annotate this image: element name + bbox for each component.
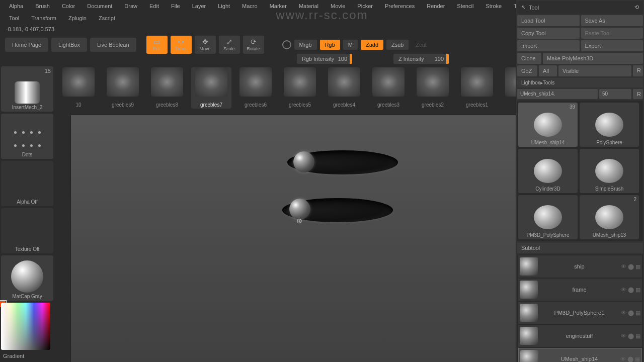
refresh-icon[interactable]: ⟲	[634, 4, 639, 11]
brush-10[interactable]: 10	[58, 67, 99, 109]
tool-UMesh_ship14[interactable]: 39UMesh_ship14	[518, 103, 578, 147]
subtool-enginestuff[interactable]: enginestuff👁 ⬤ ▦	[518, 325, 642, 347]
brush-count: 15	[45, 68, 51, 74]
tool-name-field[interactable]: UMesh_ship14.	[517, 89, 598, 99]
texture-slot[interactable]: Texture Off	[1, 208, 53, 253]
subtool-frame[interactable]: frame👁 ⬤ ▦	[518, 279, 642, 301]
load-tool-button[interactable]: Load Tool	[517, 15, 580, 26]
make-polymesh3d-button[interactable]: Make PolyMesh3D	[543, 53, 643, 64]
subtool-toggles[interactable]: 👁 ⬤ ▦	[621, 263, 640, 270]
r-button-2[interactable]: R	[633, 89, 643, 99]
lightbox-tools-button[interactable]: Lightbox▸Tools	[517, 78, 643, 87]
brush-greebles3[interactable]: greebles3	[368, 67, 409, 109]
brush-greebles7[interactable]: greebles7	[191, 67, 231, 109]
rgb-button[interactable]: Rgb	[320, 40, 340, 50]
mrgb-button[interactable]: Mrgb	[294, 40, 317, 50]
menu-preferences[interactable]: Preferences	[380, 2, 420, 11]
goz-button[interactable]: GoZ	[517, 65, 537, 76]
rgb-intensity-slider[interactable]: Rgb Intensity100	[297, 54, 352, 64]
cursor-icon: ⊕	[296, 217, 302, 225]
brush-greebles8[interactable]: greebles8	[147, 67, 187, 109]
paste-tool-button[interactable]: Paste Tool	[581, 28, 643, 39]
menu-picker[interactable]: Picker	[352, 2, 378, 11]
menu-zplugin[interactable]: Zplugin	[63, 14, 92, 23]
subtool-thumb-icon	[520, 350, 538, 362]
move-button[interactable]: ✥Move	[195, 36, 216, 54]
subtool-toggles[interactable]: 👁 ⬤ ▦	[620, 356, 640, 363]
scale-button[interactable]: ⤢Scale	[219, 36, 240, 54]
menu-tool[interactable]: Tool	[4, 14, 24, 23]
subtool-toggles[interactable]: 👁 ⬤ ▦	[621, 287, 640, 293]
menu-material[interactable]: Material	[294, 2, 324, 11]
draw-button[interactable]: •¦•Draw	[171, 36, 192, 54]
tool-thumb-icon	[595, 205, 623, 229]
menu-file[interactable]: File	[166, 2, 185, 11]
import-button[interactable]: Import	[517, 40, 580, 51]
menu-zscript[interactable]: Zscript	[94, 14, 120, 23]
save-as-button[interactable]: Save As	[581, 15, 643, 26]
menu-movie[interactable]: Movie	[326, 2, 350, 11]
live-boolean-button[interactable]: Live Boolean	[90, 38, 136, 52]
menu-transform[interactable]: Transform	[26, 14, 61, 23]
menu-layer[interactable]: Layer	[187, 2, 211, 11]
home-page-button[interactable]: Home Page	[5, 38, 48, 52]
menu-macro[interactable]: Macro	[237, 2, 263, 11]
brush-greebles2[interactable]: greebles2	[413, 67, 453, 109]
menu-alpha[interactable]: Alpha	[4, 2, 28, 11]
tool-thumb-icon	[534, 159, 562, 183]
menu-stroke[interactable]: Stroke	[480, 2, 507, 11]
tool-thumb-icon	[595, 113, 623, 137]
cylinder-icon	[15, 81, 40, 104]
color-picker[interactable]	[1, 303, 53, 350]
alpha-slot[interactable]: Alpha Off	[1, 161, 53, 206]
z-intensity-slider[interactable]: Z Intensity100	[393, 54, 449, 64]
menu-edit[interactable]: Edit	[144, 2, 164, 11]
tool-value-slider[interactable]: 50	[599, 89, 631, 99]
gradient-label: Gradient	[1, 352, 53, 360]
m-button[interactable]: M	[343, 40, 358, 50]
subtool-UMesh_ship14[interactable]: UMesh_ship14👁 ⬤ ▦	[518, 348, 642, 362]
menu-brush[interactable]: Brush	[30, 2, 55, 11]
subtool-toggles[interactable]: 👁 ⬤ ▦	[621, 333, 640, 339]
tool-PM3D_PolySphere[interactable]: PM3D_PolySphere	[518, 195, 578, 239]
export-button[interactable]: Export	[581, 40, 643, 51]
zsub-button[interactable]: Zsub	[386, 40, 409, 50]
subtool-header[interactable]: Subtool	[517, 243, 643, 253]
rotate-icon: ⟳	[251, 38, 257, 45]
arrow-left-icon: ↖	[521, 4, 526, 11]
left-panel: 15 InsertMech_2 Dots Alpha Off Texture O…	[0, 65, 54, 362]
brush-slot[interactable]: 15 InsertMech_2	[1, 66, 53, 112]
menu-render[interactable]: Render	[422, 2, 450, 11]
tool-PolySphere[interactable]: PolySphere	[580, 103, 639, 147]
rotate-button[interactable]: ⟳Rotate	[243, 36, 264, 54]
tool-Cylinder3D[interactable]: Cylinder3D	[518, 149, 578, 193]
edit-button[interactable]: ▭Edit	[146, 36, 168, 54]
brush-greebles5[interactable]: greebles5	[280, 67, 320, 109]
brush-greebles9[interactable]: greebles9	[103, 67, 143, 109]
menu-draw[interactable]: Draw	[119, 2, 142, 11]
subtool-ship[interactable]: ship👁 ⬤ ▦	[518, 255, 642, 278]
tool-SimpleBrush[interactable]: SimpleBrush	[580, 149, 639, 193]
copy-tool-button[interactable]: Copy Tool	[517, 28, 580, 39]
brush-greebles4[interactable]: greebles4	[324, 67, 364, 109]
zadd-button[interactable]: Zadd	[361, 40, 383, 50]
tool-panel-header[interactable]: ↖ Tool ⟲	[517, 1, 643, 14]
menu-document[interactable]: Document	[82, 2, 117, 11]
brush-greebles1[interactable]: greebles1	[457, 67, 497, 109]
menu-light[interactable]: Light	[213, 2, 235, 11]
zcut-label: Zcut	[412, 40, 430, 50]
lightbox-button[interactable]: LightBox	[51, 38, 87, 52]
all-button[interactable]: All	[539, 65, 557, 76]
menu-marker[interactable]: Marker	[265, 2, 292, 11]
menu-stencil[interactable]: Stencil	[452, 2, 478, 11]
brush-greebles6[interactable]: greebles6	[235, 67, 276, 109]
subtool-PM3D_PolySphere1[interactable]: PM3D_PolySphere1👁 ⬤ ▦	[518, 302, 642, 324]
r-button[interactable]: R	[633, 65, 643, 76]
visible-button[interactable]: Visible	[558, 65, 631, 76]
subtool-toggles[interactable]: 👁 ⬤ ▦	[621, 310, 640, 316]
menu-color[interactable]: Color	[57, 2, 80, 11]
clone-button[interactable]: Clone	[517, 53, 541, 64]
tool-UMesh_ship13[interactable]: 2UMesh_ship13	[580, 195, 639, 239]
stroke-slot[interactable]: Dots	[1, 114, 53, 159]
material-slot[interactable]: MatCap Gray	[1, 255, 53, 301]
